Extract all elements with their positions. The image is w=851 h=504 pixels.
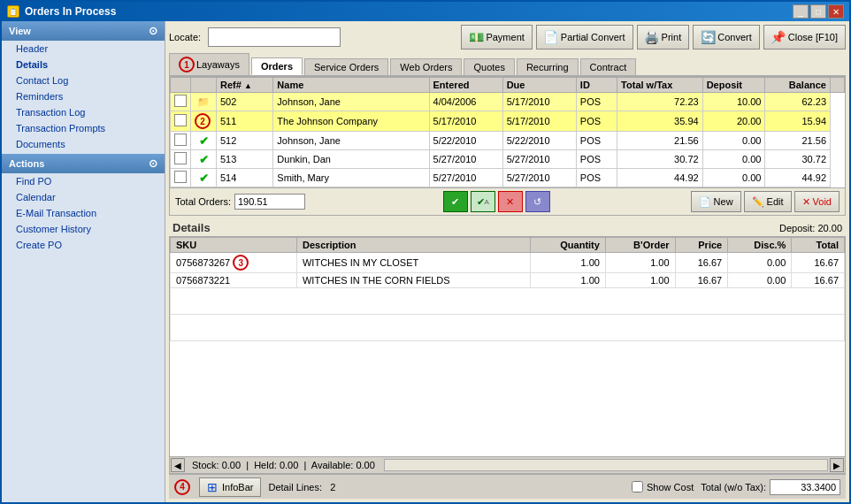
scroll-left-arrow[interactable]: ◀ bbox=[171, 458, 185, 472]
scroll-track[interactable] bbox=[384, 459, 828, 471]
detail-col-desc: Description bbox=[296, 238, 530, 253]
col-ref[interactable]: Ref# ▲ bbox=[217, 78, 273, 93]
actions-section-header[interactable]: Actions ⊙ bbox=[2, 154, 165, 173]
table-row[interactable]: 📁 502 Johnson, Jane 4/04/2006 5/17/2010 … bbox=[171, 93, 845, 111]
row-entered: 5/17/2010 bbox=[429, 111, 502, 132]
sidebar-item-customer-history[interactable]: Customer History bbox=[2, 221, 165, 237]
sidebar-item-transaction-log[interactable]: Transaction Log bbox=[2, 104, 165, 120]
locate-input[interactable] bbox=[208, 27, 341, 47]
tab-orders[interactable]: Orders bbox=[251, 57, 303, 75]
details-title: Details bbox=[172, 221, 211, 234]
tab-quotes[interactable]: Quotes bbox=[464, 58, 514, 75]
payment-button[interactable]: 💵 Payment bbox=[461, 25, 532, 50]
col-due[interactable]: Due bbox=[502, 78, 576, 93]
total-wo-tax-label: Total (w/o Tax): bbox=[701, 482, 766, 493]
row-balance: 44.92 bbox=[765, 169, 831, 187]
sidebar-item-email-transaction[interactable]: E-Mail Transaction bbox=[2, 205, 165, 221]
table-row[interactable]: ✔ 514 Smith, Mary 5/27/2010 5/27/2010 PO… bbox=[171, 169, 845, 187]
orders-table: Ref# ▲ Name Entered Due ID Total w/Tax D… bbox=[170, 77, 845, 187]
detail-disc: 0.00 bbox=[728, 253, 792, 273]
view-section-header[interactable]: View ⊙ bbox=[2, 21, 165, 41]
total-wo-tax-input[interactable] bbox=[770, 479, 840, 495]
sidebar-item-find-po[interactable]: Find PO bbox=[2, 173, 165, 189]
col-balance[interactable]: Balance bbox=[765, 78, 831, 93]
sidebar-item-documents[interactable]: Documents bbox=[2, 136, 165, 152]
top-toolbar: Locate: 💵 Payment 📄 Partial Convert 🖨️ P… bbox=[169, 25, 846, 50]
details-table: SKU Description Quantity B'Order Price D… bbox=[170, 237, 845, 341]
new-button[interactable]: 📄 New bbox=[691, 191, 741, 212]
infobar-button[interactable]: ⊞ InfoBar bbox=[199, 477, 261, 497]
show-cost-checkbox[interactable] bbox=[632, 481, 643, 493]
partial-convert-button[interactable]: 📄 Partial Convert bbox=[536, 25, 633, 50]
row-checkbox[interactable] bbox=[174, 152, 187, 164]
col-entered[interactable]: Entered bbox=[429, 78, 502, 93]
minimize-button[interactable]: _ bbox=[793, 4, 809, 19]
view-section: View ⊙ Header Details Contact Log Remind… bbox=[2, 21, 165, 152]
col-check bbox=[171, 78, 191, 93]
tab-recurring[interactable]: Recurring bbox=[517, 58, 579, 75]
row-name: The Johnson Company bbox=[273, 111, 429, 132]
sidebar-item-details[interactable]: Details bbox=[2, 57, 165, 73]
detail-lines: Detail Lines: 2 bbox=[268, 482, 335, 493]
print-button[interactable]: 🖨️ Print bbox=[637, 25, 690, 50]
sidebar-item-contact-log[interactable]: Contact Log bbox=[2, 73, 165, 88]
sidebar-item-reminders[interactable]: Reminders bbox=[2, 88, 165, 104]
detail-row-empty bbox=[171, 288, 845, 315]
row-total: 30.72 bbox=[617, 150, 703, 169]
payment-icon: 💵 bbox=[469, 30, 483, 44]
col-deposit[interactable]: Deposit bbox=[702, 78, 765, 93]
col-total[interactable]: Total w/Tax bbox=[617, 78, 703, 93]
row-due: 5/27/2010 bbox=[502, 150, 576, 169]
row-icon: 2 bbox=[191, 111, 217, 132]
bottom-scroll-bar: ◀ Stock: 0.00 | Held: 0.00 | Available: … bbox=[169, 457, 846, 474]
row-deposit: 0.00 bbox=[702, 169, 765, 187]
detail-row[interactable]: 0756873221 WITCHES IN THE CORN FIELDS 1.… bbox=[171, 273, 845, 288]
col-name[interactable]: Name bbox=[273, 78, 429, 93]
show-cost-area: Show Cost bbox=[632, 481, 694, 493]
void-button[interactable]: ✕ Void bbox=[794, 191, 840, 212]
sidebar-item-create-po[interactable]: Create PO bbox=[2, 237, 165, 253]
close-button[interactable]: 📌 Close [F10] bbox=[763, 25, 846, 50]
tab-layaways[interactable]: 1Layaways bbox=[169, 53, 249, 75]
table-row[interactable]: 2 511 The Johnson Company 5/17/2010 5/17… bbox=[171, 111, 845, 132]
sidebar-item-calendar[interactable]: Calendar bbox=[2, 189, 165, 205]
edit-button[interactable]: ✏️ Edit bbox=[744, 191, 792, 212]
tab-service-orders[interactable]: Service Orders bbox=[304, 58, 388, 75]
row-checkbox[interactable] bbox=[174, 134, 187, 146]
tab-web-orders[interactable]: Web Orders bbox=[390, 58, 462, 75]
circle-1: 1 bbox=[179, 57, 195, 73]
confirm-a-button[interactable]: ✔A bbox=[471, 191, 495, 212]
convert-button[interactable]: 🔄 Convert bbox=[693, 25, 760, 50]
row-ref: 502 bbox=[217, 93, 273, 111]
detail-col-total: Total bbox=[792, 238, 845, 253]
row-icon: ✔ bbox=[191, 132, 217, 150]
circle-3: 3 bbox=[233, 255, 249, 271]
total-orders-input[interactable] bbox=[234, 194, 305, 210]
row-id: POS bbox=[576, 169, 617, 187]
scroll-right-arrow[interactable]: ▶ bbox=[830, 458, 844, 472]
tab-contract[interactable]: Contract bbox=[580, 58, 637, 75]
col-id[interactable]: ID bbox=[576, 78, 617, 93]
row-balance: 62.23 bbox=[765, 93, 831, 111]
row-ref: 513 bbox=[217, 150, 273, 169]
confirm-button[interactable]: ✔ bbox=[443, 191, 468, 212]
window-close-button[interactable]: ✕ bbox=[828, 4, 844, 19]
row-checkbox[interactable] bbox=[174, 95, 187, 107]
sidebar-item-transaction-prompts[interactable]: Transaction Prompts bbox=[2, 120, 165, 136]
cancel-button[interactable]: ✕ bbox=[498, 191, 523, 212]
row-id: POS bbox=[576, 111, 617, 132]
sidebar-item-header[interactable]: Header bbox=[2, 41, 165, 57]
row-deposit: 0.00 bbox=[702, 132, 765, 150]
table-row[interactable]: ✔ 513 Dunkin, Dan 5/27/2010 5/27/2010 PO… bbox=[171, 150, 845, 169]
detail-row[interactable]: 0756873267 3 WITCHES IN MY CLOSET 1.00 1… bbox=[171, 253, 845, 273]
table-row[interactable]: ✔ 512 Johnson, Jane 5/22/2010 5/22/2010 … bbox=[171, 132, 845, 150]
total-orders-area: Total Orders: bbox=[175, 194, 305, 210]
total-wo-tax: Total (w/o Tax): bbox=[701, 479, 840, 495]
row-checkbox[interactable] bbox=[174, 114, 187, 126]
row-ref: 514 bbox=[217, 169, 273, 187]
row-icon: ✔ bbox=[191, 150, 217, 169]
row-id: POS bbox=[576, 150, 617, 169]
maximize-button[interactable]: □ bbox=[810, 4, 826, 19]
refresh-button[interactable]: ↺ bbox=[525, 191, 550, 212]
row-checkbox[interactable] bbox=[174, 171, 187, 183]
